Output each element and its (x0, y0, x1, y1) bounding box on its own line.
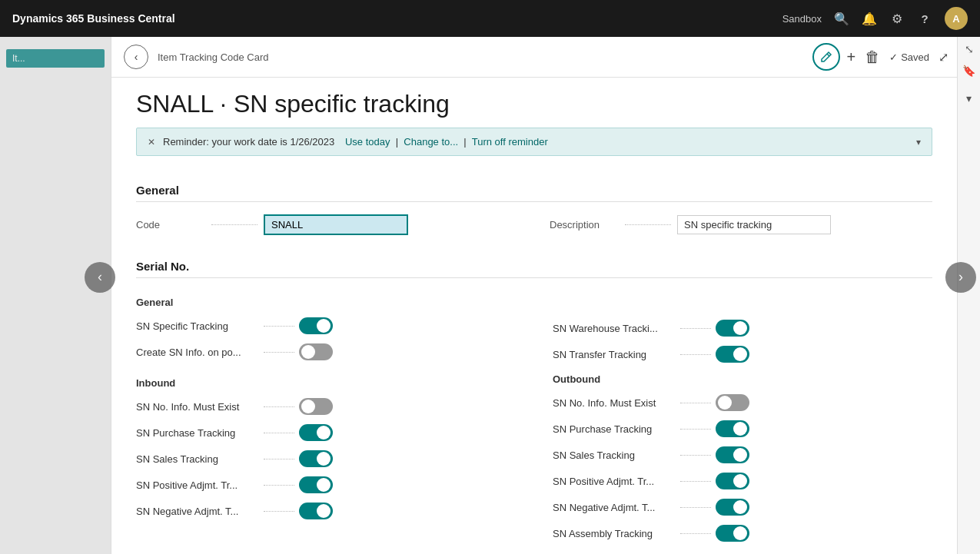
expand-panel-icon[interactable]: ⤡ (965, 43, 974, 55)
page-toolbar: ‹ Item Tracking Code Card + 🗑 ✓ Saved ⤢ … (111, 37, 980, 78)
sn-assembly-tracking-label: SN Assembly Tracking (553, 528, 676, 539)
code-field: Code (136, 214, 519, 235)
toggle-dots (264, 485, 294, 486)
sn-negative-adjmt-inbound-toggle[interactable] (299, 503, 333, 519)
sn-sales-tracking-inbound-toggle[interactable] (299, 450, 333, 467)
sn-warehouse-tracking-toggle[interactable] (716, 320, 749, 337)
back-button[interactable]: ‹ (124, 45, 148, 69)
sn-negative-adjmt-inbound-row: SN Negative Adjmt. T... (136, 498, 534, 524)
toggle-dots (680, 354, 711, 355)
change-to-link[interactable]: Change to... (404, 136, 458, 148)
sn-purchase-tracking-inbound-label: SN Purchase Tracking (136, 427, 259, 439)
general-form-row: Code Description (136, 214, 932, 235)
turn-off-link[interactable]: Turn off reminder (472, 136, 548, 148)
sn-no-info-must-exist-inbound-toggle[interactable] (299, 398, 333, 415)
sn-specific-tracking-toggle[interactable] (299, 317, 333, 334)
sn-negative-adjmt-outbound-toggle[interactable] (716, 499, 749, 516)
sn-positive-adjmt-outbound-row: SN Positive Adjmt. Tr... (553, 468, 932, 494)
right-column: SN Warehouse Tracki... SN Transfer Track… (534, 290, 932, 546)
toggle-dots (264, 352, 294, 353)
next-record-button[interactable]: › (945, 262, 976, 293)
check-icon: ✓ (889, 51, 898, 63)
description-label: Description (550, 219, 619, 231)
sn-sales-tracking-inbound-label: SN Sales Tracking (136, 453, 259, 465)
add-button[interactable]: + (846, 48, 855, 66)
sn-no-info-must-exist-outbound-toggle[interactable] (716, 394, 749, 411)
sn-warehouse-tracking-label: SN Warehouse Tracki... (553, 323, 676, 334)
use-today-link[interactable]: Use today (345, 136, 390, 148)
sn-positive-adjmt-inbound-row: SN Positive Adjmt. Tr... (136, 472, 534, 498)
external-link-button[interactable]: ⤢ (938, 50, 948, 65)
sn-transfer-tracking-label: SN Transfer Tracking (553, 349, 676, 360)
toggle-dots (680, 455, 711, 456)
outbound-header: Outbound (553, 367, 932, 390)
banner-links: Use today | Change to... | Turn off remi… (342, 136, 547, 148)
saved-label: Saved (901, 51, 929, 63)
toggle-dots (680, 328, 711, 329)
search-icon[interactable]: 🔍 (834, 11, 849, 26)
toggle-dots (264, 326, 294, 327)
sn-purchase-tracking-outbound-toggle[interactable] (716, 420, 749, 437)
sn-negative-adjmt-outbound-label: SN Negative Adjmt. T... (553, 502, 676, 513)
banner-text: Reminder: your work date is 1/26/2023 (163, 136, 334, 148)
gear-icon[interactable]: ⚙ (889, 11, 905, 26)
bookmark-icon[interactable]: 🔖 (962, 65, 975, 77)
sn-no-info-must-exist-outbound-row: SN No. Info. Must Exist (553, 390, 932, 416)
sn-transfer-tracking-toggle[interactable] (716, 346, 749, 363)
sn-positive-adjmt-inbound-toggle[interactable] (299, 476, 333, 493)
banner-close-button[interactable]: ✕ (148, 137, 155, 148)
content-area: ‹ Item Tracking Code Card + 🗑 ✓ Saved ⤢ … (111, 37, 980, 554)
sn-assembly-tracking-toggle[interactable] (716, 525, 749, 542)
sn-negative-adjmt-inbound-label: SN Negative Adjmt. T... (136, 506, 259, 517)
sn-sales-tracking-outbound-label: SN Sales Tracking (553, 450, 676, 461)
sidebar-active-item[interactable]: It... (6, 49, 105, 68)
app-title: Dynamics 365 Business Central (12, 12, 782, 25)
toggle-dots (680, 403, 711, 403)
banner-expand-icon[interactable]: ▾ (916, 137, 921, 148)
description-input[interactable] (677, 215, 831, 234)
delete-button[interactable]: 🗑 (865, 48, 880, 66)
saved-indicator: ✓ Saved (889, 51, 929, 63)
sn-positive-adjmt-outbound-label: SN Positive Adjmt. Tr... (553, 476, 676, 487)
sidebar-area: It... (0, 37, 111, 554)
sn-purchase-tracking-inbound-toggle[interactable] (299, 424, 333, 441)
create-sn-info-toggle[interactable] (299, 343, 333, 360)
toggle-dots (264, 433, 294, 433)
sn-sales-tracking-outbound-toggle[interactable] (716, 446, 749, 463)
bell-icon[interactable]: 🔔 (862, 11, 877, 26)
toggle-dots (264, 511, 294, 512)
help-icon[interactable]: ? (917, 11, 932, 26)
page-content: SNALL · SN specific tracking ✕ Reminder:… (111, 78, 957, 554)
breadcrumb: Item Tracking Code Card (158, 51, 269, 63)
create-sn-info-label: Create SN Info. on po... (136, 347, 259, 358)
sn-assembly-tracking-row: SN Assembly Tracking (553, 520, 932, 546)
reminder-banner: ✕ Reminder: your work date is 1/26/2023 … (136, 128, 932, 156)
left-column: General SN Specific Tracking Create SN I… (136, 290, 534, 546)
top-navigation: Dynamics 365 Business Central Sandbox 🔍 … (0, 0, 980, 37)
avatar[interactable]: A (945, 7, 968, 30)
sn-transfer-tracking-row: SN Transfer Tracking (553, 341, 932, 367)
description-field: Description (550, 214, 932, 235)
sn-no-info-must-exist-outbound-label: SN No. Info. Must Exist (553, 397, 676, 409)
description-dots (625, 224, 671, 225)
code-input[interactable] (264, 214, 408, 235)
prev-record-button[interactable]: ‹ (85, 262, 115, 293)
sn-positive-adjmt-outbound-toggle[interactable] (716, 473, 749, 489)
toggle-dots (680, 481, 711, 482)
environment-label: Sandbox (782, 13, 822, 25)
chevron-down-icon[interactable]: ▾ (966, 92, 972, 104)
inbound-header: Inbound (136, 371, 534, 393)
sn-sales-tracking-inbound-row: SN Sales Tracking (136, 446, 534, 472)
create-sn-info-row: Create SN Info. on po... (136, 339, 534, 365)
sn-no-info-must-exist-inbound-label: SN No. Info. Must Exist (136, 401, 259, 413)
sn-purchase-tracking-outbound-row: SN Purchase Tracking (553, 416, 932, 442)
sn-purchase-tracking-inbound-row: SN Purchase Tracking (136, 420, 534, 446)
toggle-dots (680, 533, 711, 534)
toggle-dots (680, 429, 711, 430)
edit-button[interactable] (812, 43, 840, 71)
code-dots (211, 224, 257, 225)
serial-no-section-header: Serial No. (136, 247, 932, 278)
toggle-dots (264, 459, 294, 459)
toggle-dots (680, 507, 711, 508)
toggle-dots (264, 406, 294, 407)
